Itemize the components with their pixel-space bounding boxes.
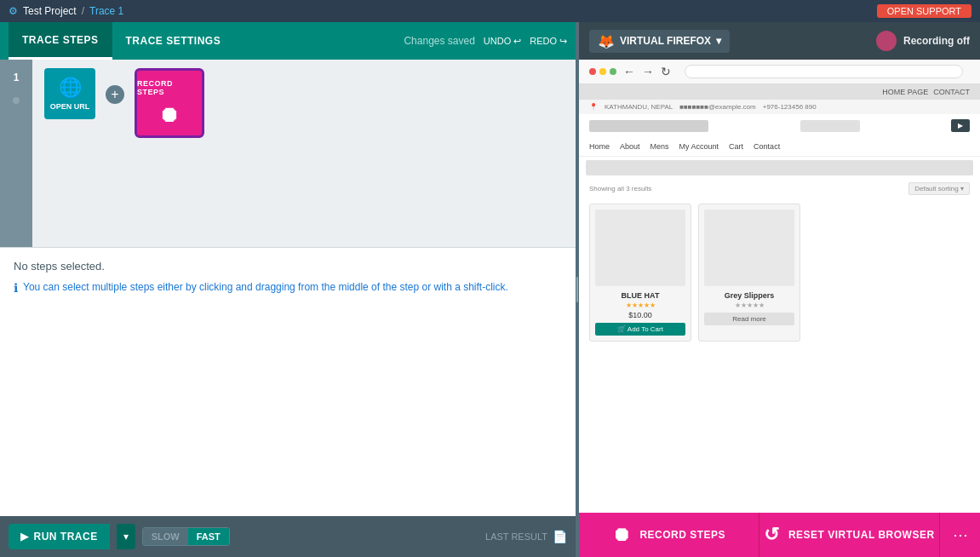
speed-toggle: SLOW FAST [142,527,230,546]
nav-home[interactable]: Home [589,142,610,151]
run-trace-dropdown-button[interactable]: ▾ [117,524,135,549]
add-to-cart-blue-hat[interactable]: 🛒 Add To Cart [595,323,685,336]
showing-text: Showing all 3 results [589,185,651,192]
browser-viewport[interactable]: ← → ↻ HOME PAGE CONTACT 📍 KATHMANDU, NEP… [579,60,980,513]
product-card-grey-slippers: Grey Slippers ★★★★★ Read more [698,204,800,342]
step-dot [13,97,20,104]
firefox-icon: 🦊 [598,33,615,49]
bottom-action-bar: ⏺ RECORD STEPS ↺ RESET VIRTUAL BROWSER ⋯ [579,513,980,557]
globe-icon: 🌐 [59,77,82,99]
back-button[interactable]: ← [623,65,635,78]
record-steps-block: RECORD STEPS ⏺ [131,68,208,138]
play-icon: ▶ [20,531,29,543]
read-more-grey-slippers[interactable]: Read more [704,313,794,325]
site-category-blur [800,120,860,132]
site-nav-contact-top: CONTACT [933,88,970,96]
trace-label[interactable]: Trace 1 [89,5,123,17]
info-icon: ℹ [14,281,18,295]
site-nav: Home About Mens My Account Cart Contact [579,137,980,157]
product-stars-grey-slippers: ★★★★★ [704,301,794,309]
hint-text: You can select multiple steps either by … [23,281,508,293]
product-card-blue-hat: BLUE HAT ★★★★★ $10.00 🛒 Add To Cart [589,204,691,342]
site-top-nav: HOME PAGE CONTACT [579,84,980,100]
redo-button[interactable]: REDO ↪ [530,36,567,47]
last-result: LAST RESULT 📄 [485,530,567,543]
sort-dropdown[interactable]: Default sorting ▾ [908,182,970,195]
site-nav-home-top: HOME PAGE [882,88,928,96]
left-panel: TRACE STEPS TRACE SETTINGS Changes saved… [0,22,576,557]
nav-cart[interactable]: Cart [729,142,743,151]
steps-content: 🌐 OPEN URL + RECORD STEPS ⏺ [32,60,576,247]
reset-browser-label: RESET VIRTUAL BROWSER [788,529,935,541]
product-name-blue-hat: BLUE HAT [595,291,685,300]
project-label[interactable]: Test Project [23,5,77,17]
open-support-button[interactable]: OPEN SUPPORT [877,4,971,18]
steps-area: 1 🌐 OPEN URL + RECORD STEPS [0,60,576,247]
speed-slow-button[interactable]: SLOW [143,528,188,545]
forward-button[interactable]: → [642,65,654,78]
contact-address: KATHMANDU, NEPAL [605,103,673,111]
record-steps-action-button[interactable]: ⏺ RECORD STEPS [579,513,759,557]
action-bar-more-button[interactable]: ⋯ [939,513,980,557]
nav-myaccount[interactable]: My Account [679,142,719,151]
site-products: BLUE HAT ★★★★★ $10.00 🛒 Add To Cart Grey… [579,198,980,347]
nav-about[interactable]: About [620,142,640,151]
close-circle [589,68,596,75]
top-bar: ⚙ Test Project / Trace 1 OPEN SUPPORT [0,0,980,22]
address-bar[interactable] [685,65,963,78]
run-trace-label: RUN TRACE [34,531,98,543]
browser-name: VIRTUAL FIREFOX [620,35,711,47]
browser-chevron-icon: ▾ [716,35,721,47]
step-number-1: 1 [7,68,26,87]
open-url-block: 🌐 OPEN URL [41,68,99,119]
add-step-button[interactable]: + [106,85,124,104]
product-name-grey-slippers: Grey Slippers [704,291,794,300]
run-trace-button[interactable]: ▶ RUN TRACE [9,524,110,549]
speed-fast-button[interactable]: FAST [188,528,229,545]
redo-icon: ↪ [559,36,567,47]
changes-saved-label: Changes saved [404,35,474,47]
record-steps-card-label: RECORD STEPS [137,79,202,96]
last-result-label: LAST RESULT [485,531,547,542]
reload-button[interactable]: ↻ [661,65,671,78]
tab-bar: TRACE STEPS TRACE SETTINGS Changes saved… [0,22,576,60]
main-layout: TRACE STEPS TRACE SETTINGS Changes saved… [0,22,980,557]
undo-button[interactable]: UNDO ↩ [484,36,521,47]
product-price-blue-hat: $10.00 [595,311,685,319]
record-steps-card[interactable]: RECORD STEPS ⏺ [135,68,204,138]
recording-dot [876,31,897,51]
undo-icon: ↩ [513,36,521,47]
step-numbers: 1 [0,60,32,247]
tab-trace-steps[interactable]: TRACE STEPS [9,22,112,60]
record-steps-action-icon: ⏺ [612,524,632,546]
browser-bar: 🦊 VIRTUAL FIREFOX ▾ Recording off [579,22,980,60]
reset-browser-icon: ↺ [764,524,780,546]
site-title-blur [589,120,708,132]
redo-label: REDO [530,36,557,46]
minimize-circle [599,68,606,75]
nav-mens[interactable]: Mens [650,142,669,151]
maximize-circle [610,68,616,75]
site-hero-area: ▶ [579,114,980,137]
tab-trace-settings[interactable]: TRACE SETTINGS [112,22,235,60]
site-contact-bar: 📍 KATHMANDU, NEPAL ■■■■■■■@example.com +… [579,100,980,114]
site-action-btn[interactable]: ▶ [951,119,970,132]
product-image-blue-hat [595,210,685,286]
browser-selector[interactable]: 🦊 VIRTUAL FIREFOX ▾ [589,30,730,53]
info-hint: ℹ You can select multiple steps either b… [14,281,562,295]
site-showing: Showing all 3 results Default sorting ▾ [579,179,980,198]
recording-status-label: Recording off [903,35,970,47]
site-filter-bar [586,160,973,175]
more-icon: ⋯ [953,525,968,544]
browser-controls [589,68,616,75]
no-steps-text: No steps selected. [14,260,562,273]
breadcrumb-sep: / [82,5,84,17]
site-browser-chrome: ← → ↻ [579,60,980,84]
bottom-bar: ▶ RUN TRACE ▾ SLOW FAST LAST RESULT 📄 [0,516,576,557]
nav-contact[interactable]: Contact [754,142,780,151]
reset-browser-action-button[interactable]: ↺ RESET VIRTUAL BROWSER [759,513,939,557]
contact-email: ■■■■■■■@example.com [679,103,756,111]
undo-label: UNDO [484,36,511,46]
open-url-button[interactable]: 🌐 OPEN URL [44,68,95,119]
product-image-grey-slippers [704,210,794,286]
